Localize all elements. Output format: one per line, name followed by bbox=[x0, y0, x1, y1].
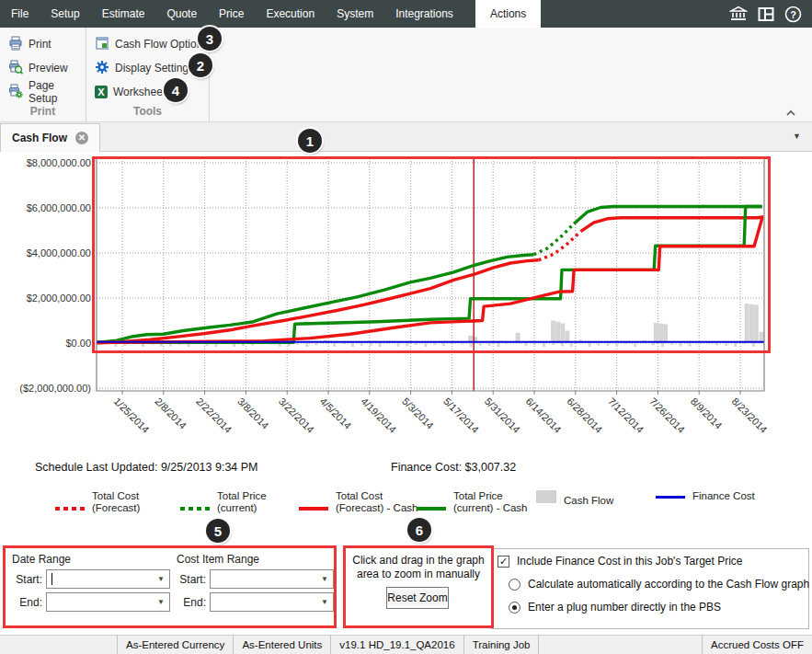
ribbon-item-label: Preview bbox=[29, 62, 68, 75]
chevron-down-icon[interactable]: ▼ bbox=[321, 598, 333, 606]
enter-plug-number-radio[interactable] bbox=[509, 602, 520, 614]
finance-cost-text: Finance Cost: $3,007.32 bbox=[391, 461, 516, 474]
legend-label: Total Cost(Forecast) bbox=[92, 490, 140, 514]
statusbar: As-Entered CurrencyAs-Entered Unitsv19.1… bbox=[0, 635, 812, 654]
ribbon: PrintPreviewPage Setup Print Cash Flow O… bbox=[0, 28, 812, 122]
svg-text:5/3/2014: 5/3/2014 bbox=[400, 396, 436, 431]
ribbon-group-tools: Cash Flow OptionsDisplay SettingsXWorksh… bbox=[86, 28, 210, 121]
menu-item-integrations[interactable]: Integrations bbox=[384, 0, 464, 28]
menu-items: FileSetupEstimateQuotePriceExecutionSyst… bbox=[0, 0, 464, 28]
date-start-label: Start: bbox=[6, 573, 42, 586]
ribbon-item-label: Worksheet bbox=[113, 86, 166, 98]
menu-item-actions[interactable]: Actions bbox=[475, 0, 541, 28]
tab-cash-flow[interactable]: Cash Flow ✕ bbox=[0, 123, 100, 152]
green-dotted-swatch-icon bbox=[180, 507, 210, 511]
svg-text:3/8/2014: 3/8/2014 bbox=[235, 396, 271, 431]
svg-text:1/25/2014: 1/25/2014 bbox=[112, 396, 152, 435]
svg-text:4/19/2014: 4/19/2014 bbox=[359, 396, 398, 435]
legend-item-gray-rect: Cash Flow bbox=[536, 490, 613, 507]
close-tab-icon[interactable]: ✕ bbox=[75, 132, 88, 144]
menu-item-quote[interactable]: Quote bbox=[155, 0, 208, 28]
ribbon-group-print: PrintPreviewPage Setup Print bbox=[0, 28, 86, 121]
gray-rect-swatch-icon bbox=[536, 490, 556, 503]
text-cursor bbox=[51, 573, 52, 585]
chevron-down-icon[interactable]: ▼ bbox=[157, 598, 169, 606]
statusbar-spacer bbox=[0, 636, 118, 654]
calculate-automatically-radio[interactable] bbox=[509, 579, 520, 591]
cost-start-combo[interactable]: ▼ bbox=[210, 569, 334, 589]
legend-label: Finance Cost bbox=[692, 490, 755, 502]
legend-item-red-solid: Total Cost(Forecast) - Cash bbox=[299, 490, 417, 514]
cash-flow-chart[interactable]: 1/25/20142/8/20142/22/20143/8/20143/22/2… bbox=[0, 152, 812, 461]
svg-text:6/14/2014: 6/14/2014 bbox=[524, 396, 564, 435]
statusbar-cell: Training Job bbox=[464, 636, 540, 654]
cost-end-combo[interactable]: ▼ bbox=[210, 592, 334, 612]
zoom-hint-text: Click and drag in the graph area to zoom… bbox=[350, 554, 486, 581]
app-window: FileSetupEstimateQuotePriceExecutionSyst… bbox=[0, 0, 812, 654]
legend-item-blue-line: Finance Cost bbox=[656, 490, 755, 502]
menu-item-execution[interactable]: Execution bbox=[255, 0, 326, 28]
callout-badge-6: 6 bbox=[407, 518, 431, 542]
svg-text:?: ? bbox=[790, 8, 796, 19]
statusbar-cell: v19.1 HD_19.1_QA2016 bbox=[331, 636, 463, 654]
page-setup-button[interactable]: Page Setup bbox=[0, 80, 86, 104]
svg-text:$0.00: $0.00 bbox=[65, 338, 91, 349]
tab-cash-flow-label: Cash Flow bbox=[12, 132, 67, 144]
callout-badge-2: 2 bbox=[189, 53, 212, 77]
svg-text:$6,000,000.00: $6,000,000.00 bbox=[27, 202, 91, 213]
svg-text:7/26/2014: 7/26/2014 bbox=[647, 396, 687, 435]
enter-plug-number-label: Enter a plug number directly in the PBS bbox=[528, 601, 721, 614]
red-solid-swatch-icon bbox=[299, 507, 328, 511]
svg-text:5/31/2014: 5/31/2014 bbox=[483, 396, 522, 435]
help-icon[interactable]: ? bbox=[783, 5, 803, 24]
date-start-combo[interactable]: ▼ bbox=[46, 569, 170, 589]
bank-icon[interactable] bbox=[728, 5, 748, 24]
svg-text:$8,000,000.00: $8,000,000.00 bbox=[27, 157, 91, 168]
gear-icon bbox=[95, 60, 109, 77]
menu-item-setup[interactable]: Setup bbox=[40, 0, 90, 28]
worksheet-button[interactable]: XWorksheet bbox=[86, 80, 209, 104]
statusbar-accrued-costs: Accrued Costs OFF bbox=[702, 636, 812, 654]
print-button[interactable]: Print bbox=[0, 32, 86, 56]
include-finance-cost-checkbox[interactable]: ✓ bbox=[497, 556, 509, 568]
page-setup-icon bbox=[8, 84, 23, 101]
menubar-icons: ? bbox=[728, 0, 812, 28]
svg-text:4/5/2014: 4/5/2014 bbox=[318, 396, 354, 431]
svg-text:$4,000,000.00: $4,000,000.00 bbox=[27, 247, 91, 258]
menu-item-price[interactable]: Price bbox=[208, 0, 255, 28]
menu-item-system[interactable]: System bbox=[326, 0, 384, 28]
collapse-ribbon-icon[interactable] bbox=[784, 105, 797, 114]
cash-flow-options-button[interactable]: Cash Flow Options bbox=[86, 32, 209, 56]
svg-text:2/8/2014: 2/8/2014 bbox=[153, 396, 189, 431]
svg-text:2/22/2014: 2/22/2014 bbox=[194, 396, 234, 435]
preview-button[interactable]: Preview bbox=[0, 56, 86, 80]
legend-item-green-solid: Total Price(current) - Cash bbox=[417, 490, 528, 514]
ribbon-item-label: Print bbox=[29, 38, 51, 51]
menu-item-file[interactable]: File bbox=[0, 0, 40, 28]
svg-text:$2,000,000.00: $2,000,000.00 bbox=[27, 293, 91, 304]
cash-flow-options-icon bbox=[95, 36, 109, 53]
ribbon-group-print-label: Print bbox=[0, 104, 86, 122]
cost-item-range-title: Cost Item Range bbox=[177, 553, 259, 566]
green-solid-swatch-icon bbox=[417, 507, 446, 511]
callout-badge-4: 4 bbox=[164, 78, 188, 102]
chevron-down-icon[interactable]: ▼ bbox=[157, 575, 169, 583]
callout-badge-1: 1 bbox=[298, 129, 322, 153]
svg-text:8/9/2014: 8/9/2014 bbox=[689, 396, 725, 431]
schedule-last-updated: Schedule Last Updated: 9/25/2013 9:34 PM bbox=[35, 461, 258, 474]
tab-list-dropdown-icon[interactable]: ▼ bbox=[793, 132, 801, 141]
date-end-combo[interactable]: ▼ bbox=[46, 592, 170, 612]
print-preview-icon bbox=[8, 60, 23, 77]
grid-view-icon[interactable] bbox=[756, 5, 775, 24]
red-dotted-swatch-icon bbox=[55, 507, 85, 511]
callout-badge-5: 5 bbox=[206, 519, 230, 543]
svg-text:8/23/2014: 8/23/2014 bbox=[730, 396, 770, 435]
menu-item-estimate[interactable]: Estimate bbox=[91, 0, 156, 28]
reset-zoom-button[interactable]: Reset Zoom bbox=[386, 587, 449, 609]
svg-text:6/28/2014: 6/28/2014 bbox=[565, 396, 604, 435]
svg-text:7/12/2014: 7/12/2014 bbox=[606, 396, 646, 435]
chevron-down-icon[interactable]: ▼ bbox=[321, 575, 333, 583]
svg-text:5/17/2014: 5/17/2014 bbox=[441, 396, 481, 435]
ribbon-item-label: Cash Flow Options bbox=[115, 38, 208, 51]
statusbar-cell: As-Entered Currency bbox=[118, 636, 234, 654]
